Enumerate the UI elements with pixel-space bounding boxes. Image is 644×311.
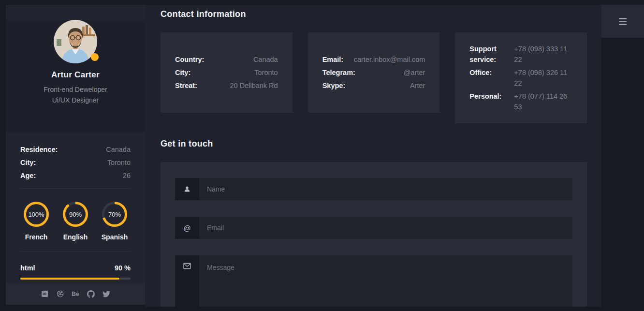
skill-name: html [20,264,35,272]
profile-sidebar: Artur Carter Front-end Deweloper Ui/UX D… [6,5,145,305]
info-label: City: [20,156,36,169]
language-item: 70% Spanish [100,202,130,241]
language-item: 90% English [60,202,90,241]
card-row: Email: carter.inbox@mail.com [322,53,425,66]
divider [20,188,131,189]
location-card: Country: Canada City: Toronto Streat: 20… [161,32,293,113]
info-value: Canada [106,143,131,156]
messengers-card: Email: carter.inbox@mail.com Telegram: @… [308,32,440,113]
profile-role: Front-end Deweloper [6,84,145,95]
card-label: Skype: [322,79,346,92]
menu-button[interactable] [601,5,644,38]
envelope-icon [175,255,199,307]
hamburger-icon [619,18,627,25]
contact-form: @ [161,162,587,307]
at-icon: @ [175,217,199,239]
name-field-row [175,178,572,200]
github-icon[interactable] [87,290,95,298]
card-label: Personal: [469,91,514,112]
linkedin-icon[interactable]: in [41,290,48,298]
info-row: Residence: Canada [20,143,131,156]
card-value: +78 (077) 114 26 53 [514,91,572,112]
behance-icon[interactable]: Bē [72,290,79,298]
card-row: Country: Canada [175,53,278,66]
info-value: Toronto [107,156,131,169]
card-label: City: [175,66,190,79]
email-field-row: @ [175,217,572,239]
card-label: Office: [469,67,514,89]
card-label: Telegram: [322,66,355,79]
email-input[interactable] [199,217,572,239]
card-row: Support service: +78 (098) 333 11 22 [469,43,572,66]
language-percent: 70% [104,204,125,224]
language-item: 100% French [21,202,51,241]
language-ring-chart: 90% [63,202,88,227]
card-value: Canada [209,53,278,66]
info-row: City: Toronto [20,156,131,169]
skills-section: html 90 % [6,252,145,280]
card-label: Support service: [469,44,514,65]
profile-role: Ui/UX Designer [6,95,145,105]
card-label: Country: [175,53,204,66]
card-value: Toronto [195,66,278,79]
language-ring-chart: 70% [102,202,127,227]
divider [20,251,131,252]
card-row: Personal: +78 (077) 114 26 53 [469,90,572,114]
message-textarea[interactable] [199,255,572,307]
info-label: Residence: [20,143,58,156]
language-label: Spanish [100,233,130,241]
languages-section: 100% French 90% English 70% Spanish [6,189,145,241]
card-value: Arter [350,79,425,92]
twitter-icon[interactable] [102,290,110,298]
card-row: Office: +78 (098) 326 11 22 [469,66,572,90]
info-value: 26 [123,169,131,182]
name-input[interactable] [199,178,572,200]
card-value: @arter [360,66,425,79]
dribbble-icon[interactable] [56,290,64,298]
phones-card: Support service: +78 (098) 333 11 22 Off… [455,32,587,123]
profile-roles: Front-end Deweloper Ui/UX Designer [6,84,145,105]
social-bar: in Bē [6,283,145,305]
info-label: Age: [20,169,36,182]
skill-progress-track [20,278,131,280]
card-label: Email: [322,53,344,66]
language-percent: 90% [65,204,86,224]
card-value: +78 (098) 333 11 22 [514,44,572,65]
language-label: English [60,233,90,241]
language-percent: 100% [26,204,46,224]
message-field-row [175,255,572,307]
card-value: carter.inbox@mail.com [348,53,425,66]
language-label: French [21,233,51,241]
profile-name: Artur Carter [6,70,145,80]
card-label: Streat: [175,79,197,92]
card-row: City: Toronto [175,66,278,79]
card-value: +78 (098) 326 11 22 [514,67,572,89]
card-value: 20 Dellbank Rd [202,79,278,92]
info-row: Age: 26 [20,169,131,182]
get-in-touch-title: Get in touch [161,139,587,148]
card-row: Skype: Arter [322,79,425,92]
profile-header: Artur Carter Front-end Deweloper Ui/UX D… [6,20,145,132]
skill-progress-fill [20,278,119,280]
contact-cards: Country: Canada City: Toronto Streat: 20… [161,32,587,123]
status-dot [91,53,99,61]
contact-information-title: Contact information [161,9,587,19]
main-content: Contact information Country: Canada City… [145,5,601,307]
card-row: Streat: 20 Dellbank Rd [175,79,278,92]
card-row: Telegram: @arter [322,66,425,79]
personal-info: Residence: Canada City: Toronto Age: 26 [6,132,145,182]
skill-percent: 90 % [115,264,131,272]
language-ring-chart: 100% [24,202,49,227]
user-icon [175,178,199,200]
